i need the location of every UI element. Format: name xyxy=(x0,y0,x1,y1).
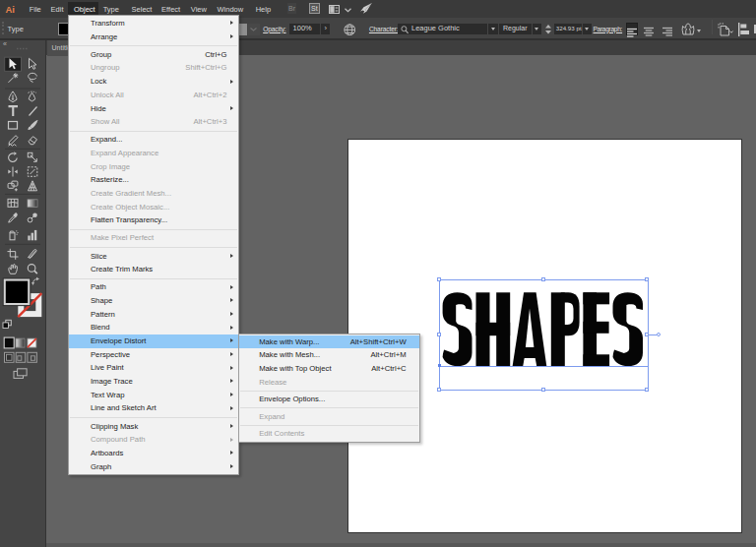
svg-text:«: « xyxy=(3,40,7,47)
